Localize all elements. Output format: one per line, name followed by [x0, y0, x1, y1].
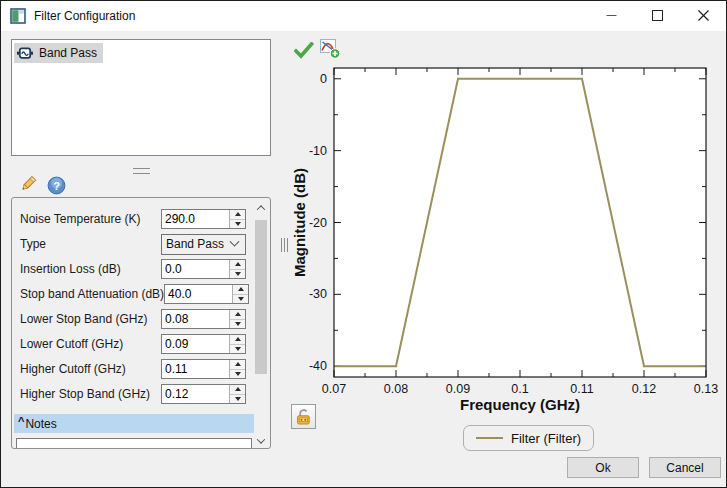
- padlock-open-icon: [295, 408, 313, 426]
- notes-input[interactable]: [16, 438, 252, 449]
- spin-down-icon: [235, 272, 241, 276]
- spin-up-icon: [235, 362, 241, 366]
- spin-up-icon: [238, 287, 244, 291]
- scroll-up-icon: [257, 205, 265, 213]
- collapse-caret-icon: ^: [18, 417, 24, 425]
- ok-button[interactable]: Ok: [567, 457, 639, 478]
- help-icon: ?: [47, 176, 66, 195]
- field-insertion-loss: Insertion Loss (dB): [20, 259, 246, 279]
- spin-down-button[interactable]: [230, 270, 245, 279]
- spin-up-button[interactable]: [230, 210, 245, 220]
- field-label: Higher Stop Band (GHz): [20, 387, 150, 401]
- higher-cutoff-input[interactable]: [162, 360, 229, 378]
- spin-up-button[interactable]: [233, 285, 248, 295]
- chart-legend: Filter (Filter): [463, 425, 594, 451]
- svg-text:0: 0: [320, 72, 327, 86]
- window-title: Filter Configuration: [34, 9, 135, 23]
- list-item-label: Band Pass: [39, 46, 97, 60]
- close-button[interactable]: [680, 1, 726, 30]
- insertion-loss-input[interactable]: [162, 260, 229, 278]
- spin-down-button[interactable]: [230, 345, 245, 354]
- filters-list[interactable]: Band Pass: [11, 39, 271, 156]
- maximize-icon: [652, 10, 663, 21]
- field-label: Higher Cutoff (GHz): [20, 362, 126, 376]
- spin-down-icon: [235, 322, 241, 326]
- minimize-button[interactable]: [588, 1, 634, 30]
- notes-section-header[interactable]: ^ Notes: [14, 414, 254, 433]
- vertical-splitter-handle[interactable]: [281, 238, 288, 252]
- pencil-icon: [18, 174, 38, 194]
- spin-up-icon: [235, 337, 241, 341]
- lower-cutoff-spinbox[interactable]: [161, 334, 246, 354]
- scrollbar-thumb[interactable]: [255, 220, 267, 374]
- chevron-down-icon: [230, 236, 240, 246]
- scrollbar-down-button[interactable]: [254, 433, 268, 448]
- svg-text:-40: -40: [309, 359, 327, 373]
- spin-down-icon: [235, 347, 241, 351]
- filter-response-chart: 0.070.080.090.10.110.120.130-10-20-30-40…: [291, 56, 727, 421]
- parameters-panel: Noise Temperature (K) Type Band Pass Ins…: [11, 197, 271, 449]
- spin-down-button[interactable]: [230, 370, 245, 379]
- stopband-attenuation-input[interactable]: [165, 285, 232, 303]
- spin-up-button[interactable]: [230, 335, 245, 345]
- spin-down-icon: [238, 297, 244, 301]
- svg-text:0.09: 0.09: [446, 382, 470, 396]
- filter-component-icon: [17, 45, 33, 61]
- legend-line-sample: [476, 437, 503, 439]
- field-lower-cutoff: Lower Cutoff (GHz): [20, 334, 246, 354]
- parameters-form: Noise Temperature (K) Type Band Pass Ins…: [20, 209, 246, 409]
- field-label: Noise Temperature (K): [20, 212, 141, 226]
- spin-up-button[interactable]: [230, 385, 245, 395]
- svg-text:0.08: 0.08: [384, 382, 408, 396]
- field-noise-temperature: Noise Temperature (K): [20, 209, 246, 229]
- field-label: Stop band Attenuation (dB): [20, 287, 164, 301]
- axis-lock-button[interactable]: [291, 404, 316, 429]
- app-icon: [10, 8, 26, 24]
- titlebar[interactable]: Filter Configuration: [1, 1, 726, 31]
- spin-up-button[interactable]: [230, 360, 245, 370]
- form-scrollbar[interactable]: [254, 200, 268, 448]
- spin-down-button[interactable]: [230, 320, 245, 329]
- horizontal-splitter-handle[interactable]: [133, 168, 150, 174]
- spin-up-button[interactable]: [230, 260, 245, 270]
- svg-text:0.11: 0.11: [570, 382, 593, 396]
- spin-down-button[interactable]: [230, 220, 245, 229]
- lower-cutoff-input[interactable]: [162, 335, 229, 353]
- field-higher-stop-band: Higher Stop Band (GHz): [20, 384, 246, 404]
- spin-up-button[interactable]: [230, 310, 245, 320]
- notes-label: Notes: [25, 417, 56, 431]
- stopband-attenuation-spinbox[interactable]: [164, 284, 249, 304]
- legend-label: Filter (Filter): [511, 431, 581, 446]
- insertion-loss-spinbox[interactable]: [161, 259, 246, 279]
- lower-stop-band-input[interactable]: [162, 310, 229, 328]
- maximize-button[interactable]: [634, 1, 680, 30]
- higher-stop-band-input[interactable]: [162, 385, 229, 403]
- spin-down-icon: [235, 372, 241, 376]
- noise-temperature-input[interactable]: [162, 210, 229, 228]
- scroll-down-icon: [257, 435, 265, 443]
- list-item-band-pass[interactable]: Band Pass: [14, 43, 103, 63]
- higher-stop-band-spinbox[interactable]: [161, 384, 246, 404]
- type-combobox[interactable]: Band Pass: [161, 234, 246, 255]
- svg-text:0.1: 0.1: [511, 382, 528, 396]
- scrollbar-track[interactable]: [254, 215, 268, 433]
- spin-up-icon: [235, 312, 241, 316]
- cancel-button[interactable]: Cancel: [649, 457, 721, 478]
- field-type: Type Band Pass: [20, 234, 246, 254]
- lower-stop-band-spinbox[interactable]: [161, 309, 246, 329]
- scrollbar-up-button[interactable]: [254, 200, 268, 215]
- minimize-icon: [606, 10, 617, 21]
- field-lower-stop-band: Lower Stop Band (GHz): [20, 309, 246, 329]
- edit-button[interactable]: [17, 173, 39, 195]
- spin-down-button[interactable]: [230, 395, 245, 404]
- spin-down-icon: [235, 222, 241, 226]
- spin-down-button[interactable]: [233, 295, 248, 304]
- help-button[interactable]: ?: [45, 174, 67, 196]
- noise-temperature-spinbox[interactable]: [161, 209, 246, 229]
- svg-text:?: ?: [53, 179, 60, 191]
- filter-configuration-dialog: Filter Configuration Band Pass: [0, 0, 727, 488]
- spin-up-icon: [235, 387, 241, 391]
- spin-up-icon: [235, 262, 241, 266]
- higher-cutoff-spinbox[interactable]: [161, 359, 246, 379]
- svg-text:Magnitude (dB): Magnitude (dB): [291, 168, 308, 277]
